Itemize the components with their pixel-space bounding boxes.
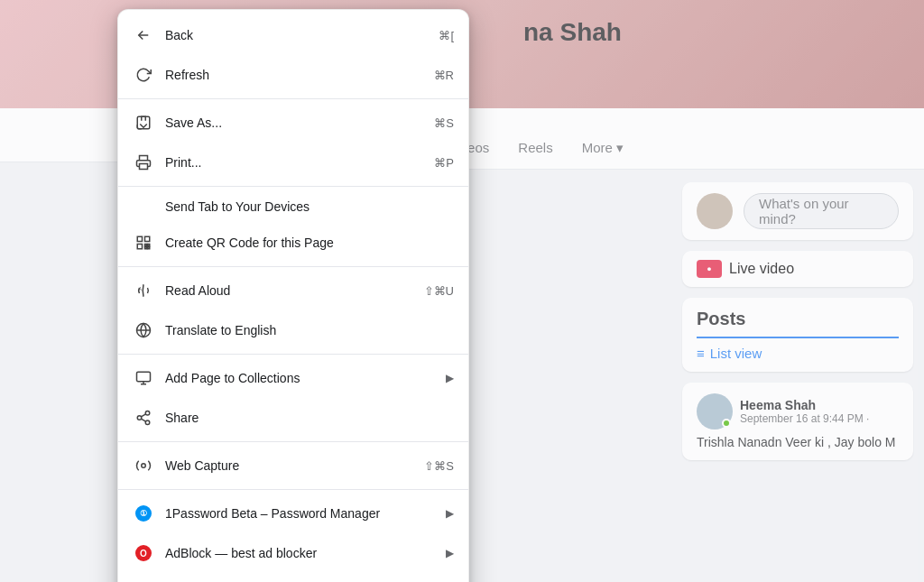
web-capture-shortcut: ⇧⌘S [424,459,454,473]
back-label: Back [165,28,424,42]
menu-item-back[interactable]: Back ⌘[ [118,15,468,55]
web-capture-label: Web Capture [165,458,410,473]
translate-icon [133,319,154,341]
menu-item-onenote[interactable]: N OneNote Web Clipper [118,573,468,582]
refresh-shortcut: ⌘R [434,69,454,82]
menu-item-read-aloud[interactable]: A Read Aloud ⇧⌘U [118,271,468,310]
divider-4 [118,354,468,355]
divider-6 [118,489,468,490]
read-aloud-shortcut: ⇧⌘U [424,284,454,298]
menu-item-print[interactable]: Print... ⌘P [118,143,468,182]
menu-item-1password[interactable]: ① 1Password Beta – Password Manager ▶ [118,494,468,533]
submenu-arrow-collections: ▶ [446,372,454,384]
menu-item-refresh[interactable]: Refresh ⌘R [118,55,468,95]
svg-point-16 [137,416,142,420]
add-collections-label: Add Page to Collections [165,371,439,385]
svg-rect-2 [137,236,142,241]
divider-5 [118,441,468,442]
submenu-arrow-adblock: ▶ [446,547,454,559]
menu-item-translate[interactable]: Translate to English [118,310,468,350]
svg-rect-5 [145,245,147,246]
print-shortcut: ⌘P [434,156,454,170]
adblock-label: AdBlock — best ad blocker [165,546,439,560]
menu-item-send-tab[interactable]: Send Tab to Your Devices [118,190,468,223]
adblock-icon: O [133,542,154,564]
translate-label: Translate to English [165,323,454,337]
1password-icon: ① [133,503,154,524]
svg-rect-12 [137,372,151,382]
svg-line-19 [141,414,145,417]
save-as-icon [133,112,154,134]
svg-line-18 [141,419,145,421]
menu-item-add-collections[interactable]: Add Page to Collections ▶ [118,358,468,398]
svg-rect-1 [140,164,148,170]
menu-item-web-capture[interactable]: Web Capture ⇧⌘S [118,446,468,485]
svg-rect-7 [145,247,147,249]
collections-icon [133,367,154,389]
divider-3 [118,266,468,267]
svg-rect-4 [137,245,142,249]
qr-icon [133,232,154,254]
1password-label: 1Password Beta – Password Manager [165,506,439,521]
menu-item-save-as[interactable]: Save As... ⌘S [118,103,468,143]
web-capture-icon [133,455,154,476]
save-as-label: Save As... [165,115,420,130]
print-label: Print... [165,155,420,170]
refresh-label: Refresh [165,68,420,82]
create-qr-label: Create QR Code for this Page [165,236,454,250]
svg-rect-3 [145,236,150,241]
share-label: Share [165,411,454,425]
save-as-shortcut: ⌘S [434,116,454,130]
menu-item-create-qr[interactable]: Create QR Code for this Page [118,223,468,263]
menu-item-adblock[interactable]: O AdBlock — best ad blocker ▶ [118,533,468,573]
svg-text:A: A [139,287,142,291]
read-aloud-icon: A [133,280,154,301]
svg-point-20 [142,464,146,468]
back-shortcut: ⌘[ [439,29,454,42]
back-arrow-icon [133,24,154,46]
svg-rect-6 [148,247,150,249]
divider-1 [118,98,468,99]
menu-item-share[interactable]: Share [118,398,468,438]
svg-rect-8 [148,245,150,246]
svg-point-17 [145,420,150,425]
send-tab-label: Send Tab to Your Devices [133,199,454,214]
print-icon [133,152,154,173]
divider-2 [118,186,468,187]
context-menu: Back ⌘[ Refresh ⌘R Save As... ⌘S [117,9,469,582]
read-aloud-label: Read Aloud [165,283,410,298]
submenu-arrow-1password: ▶ [446,507,454,520]
svg-point-15 [145,411,150,416]
refresh-icon [133,64,154,86]
share-icon [133,407,154,429]
